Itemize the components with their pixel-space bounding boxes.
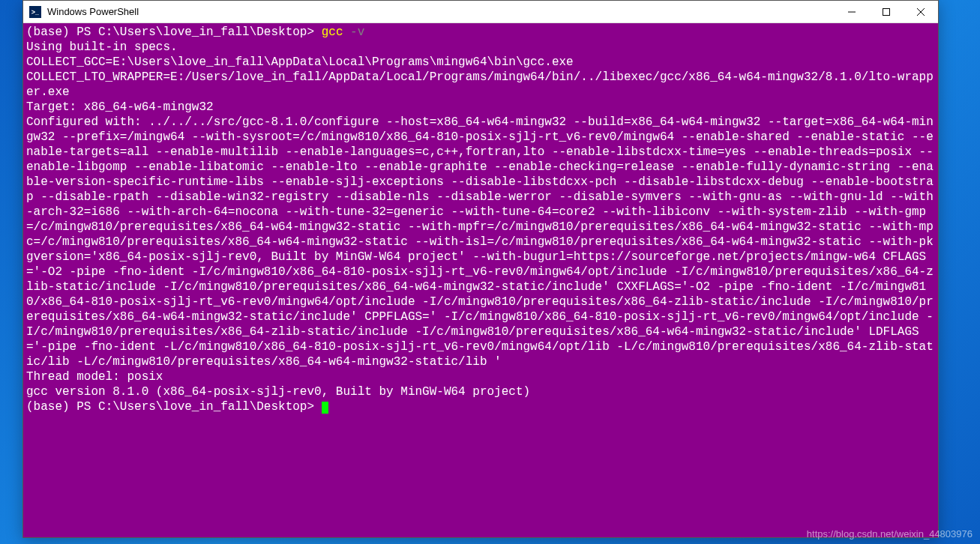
svg-rect-1 [883,8,890,15]
output-line: Using built-in specs. [26,40,178,54]
prompt-path: PS C:\Users\love_in_fall\Desktop> [76,25,321,39]
output-line: Target: x86_64-w64-mingw32 [26,100,214,114]
output-line: gcc version 8.1.0 (x86_64-posix-sjlj-rev… [26,385,530,399]
output-line: Thread model: posix [26,370,163,384]
minimize-button[interactable] [835,1,869,22]
output-line: COLLECT_LTO_WRAPPER=E:/Users/love_in_fal… [26,70,934,99]
output-line: COLLECT_GCC=E:\Users\love_in_fall\AppDat… [26,55,574,69]
prompt-env: (base) [26,25,76,39]
close-button[interactable] [904,1,938,22]
powershell-window: >_ Windows PowerShell (base) PS C:\Users… [22,0,939,538]
terminal-output[interactable]: (base) PS C:\Users\love_in_fall\Desktop>… [23,23,938,537]
watermark-text: https://blog.csdn.net/weixin_44803976 [807,528,973,540]
window-controls [835,1,938,22]
output-line: Configured with: ../../../src/gcc-8.1.0/… [26,115,934,369]
maximize-button[interactable] [869,1,904,22]
prompt-path: PS C:\Users\love_in_fall\Desktop> [76,400,321,414]
titlebar[interactable]: >_ Windows PowerShell [23,1,938,23]
window-title: Windows PowerShell [47,6,835,17]
cursor-icon [322,402,328,414]
command-text: gcc [322,25,343,39]
powershell-icon: >_ [29,6,41,18]
command-option: -v [343,25,364,39]
prompt-env: (base) [26,400,76,414]
